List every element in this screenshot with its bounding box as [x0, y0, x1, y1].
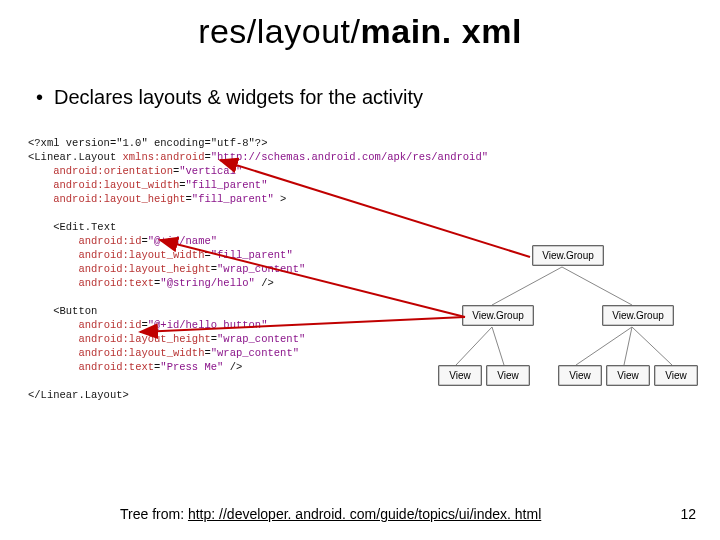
code-val: "@+id/name" — [148, 235, 217, 247]
code-attr: android:layout_height — [78, 333, 210, 345]
code-attr: android:orientation — [53, 165, 173, 177]
svg-line-2 — [456, 327, 492, 365]
bullet-line: •Declares layouts & widgets for the acti… — [36, 86, 423, 109]
code-val: "fill_parent" — [211, 249, 293, 261]
code-attr: android:text — [78, 361, 154, 373]
code-val: "fill_parent" — [192, 193, 274, 205]
svg-line-5 — [624, 327, 632, 365]
code-val: "wrap_content" — [217, 333, 305, 345]
code-val: "fill_parent" — [186, 179, 268, 191]
code-attr: android:layout_width — [78, 249, 204, 261]
code-attr: android:text — [78, 277, 154, 289]
footer-label: Tree from: — [120, 506, 188, 522]
code-attr: android:layout_width — [78, 347, 204, 359]
svg-line-3 — [492, 327, 504, 365]
tree-node-leaf: View — [486, 365, 530, 386]
code-attr: android:layout_width — [53, 179, 179, 191]
code-val: "wrap_content" — [211, 347, 299, 359]
footer-link[interactable]: http: //developer. android. com/guide/to… — [188, 506, 541, 522]
slide-title: res/layout/main. xml — [0, 12, 720, 51]
code-line: /> — [223, 361, 242, 373]
tree-node-leaf: View — [558, 365, 602, 386]
code-attr: xmlns:android — [123, 151, 205, 163]
tree-node-leaf: View — [654, 365, 698, 386]
svg-line-4 — [576, 327, 632, 365]
bullet-icon: • — [36, 86, 54, 109]
title-bold: main. xml — [361, 12, 522, 50]
code-val: "http://schemas.android.com/apk/res/andr… — [211, 151, 488, 163]
code-line: <Linear.Layout — [28, 151, 123, 163]
code-attr: android:id — [78, 235, 141, 247]
code-line: <Edit.Text — [53, 221, 116, 233]
tree-node-root: View.Group — [532, 245, 604, 266]
svg-line-6 — [632, 327, 672, 365]
code-line: <Button — [53, 305, 97, 317]
footer-citation: Tree from: http: //developer. android. c… — [120, 506, 541, 522]
code-attr: android:layout_height — [53, 193, 185, 205]
svg-line-1 — [562, 267, 632, 305]
tree-node-leaf: View — [438, 365, 482, 386]
code-val: "@string/hello" — [160, 277, 255, 289]
code-line: > — [274, 193, 287, 205]
code-line: </Linear.Layout> — [28, 389, 129, 401]
page-number: 12 — [680, 506, 696, 522]
code-val: "@+id/hello_button" — [148, 319, 268, 331]
tree-node-group: View.Group — [602, 305, 674, 326]
code-val: "vertical" — [179, 165, 242, 177]
bullet-text: Declares layouts & widgets for the activ… — [54, 86, 423, 108]
view-tree-diagram: View.Group View.Group View.Group View Vi… — [432, 245, 692, 415]
code-line: <?xml version="1.0" encoding="utf-8"?> — [28, 137, 267, 149]
code-val: "Press Me" — [160, 361, 223, 373]
code-block: <?xml version="1.0" encoding="utf-8"?> <… — [28, 136, 488, 402]
code-val: "wrap_content" — [217, 263, 305, 275]
title-prefix: res/layout/ — [198, 12, 360, 50]
tree-node-group: View.Group — [462, 305, 534, 326]
code-attr: android:layout_height — [78, 263, 210, 275]
svg-line-0 — [492, 267, 562, 305]
tree-node-leaf: View — [606, 365, 650, 386]
code-line: /> — [255, 277, 274, 289]
code-attr: android:id — [78, 319, 141, 331]
